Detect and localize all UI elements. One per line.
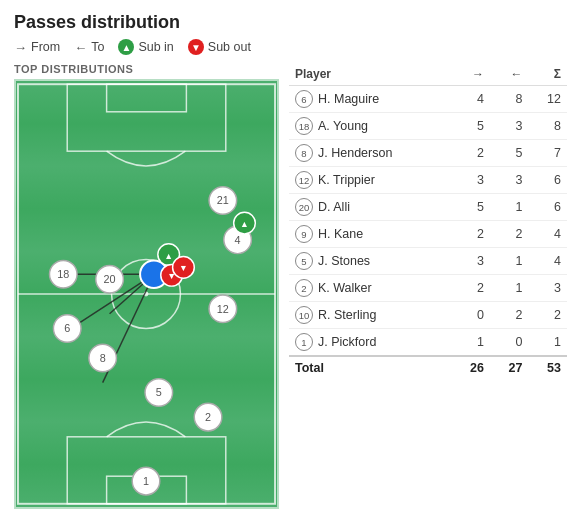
player-cell: 10 R. Sterling xyxy=(289,302,452,329)
svg-text:20: 20 xyxy=(104,273,116,285)
player-cell: 20 D. Alli xyxy=(289,194,452,221)
player-name-text: J. Henderson xyxy=(318,146,392,160)
to-label: To xyxy=(91,40,104,54)
total-val: 4 xyxy=(528,248,567,275)
to-val: 5 xyxy=(490,140,528,167)
to-val: 1 xyxy=(490,275,528,302)
to-arrow: ← xyxy=(74,40,87,55)
player-name-text: R. Sterling xyxy=(318,308,376,322)
total-val: 6 xyxy=(528,167,567,194)
from-val: 5 xyxy=(452,194,490,221)
col-to: ← xyxy=(490,63,528,86)
svg-text:▼: ▼ xyxy=(179,263,188,273)
total-val: 12 xyxy=(528,86,567,113)
page-title: Passes distribution xyxy=(14,12,567,33)
table-row: 1 J. Pickford 1 0 1 xyxy=(289,329,567,357)
legend: → From ← To ▲ Sub in ▼ Sub out xyxy=(14,39,567,55)
player-name-text: H. Maguire xyxy=(318,92,379,106)
table-row: 9 H. Kane 2 2 4 xyxy=(289,221,567,248)
player-cell: 5 J. Stones xyxy=(289,248,452,275)
total-from: 26 xyxy=(452,356,490,379)
player-badge: 12 xyxy=(295,171,313,189)
to-val: 3 xyxy=(490,167,528,194)
legend-to: ← To xyxy=(74,40,104,55)
player-cell: 9 H. Kane xyxy=(289,221,452,248)
sub-in-icon: ▲ xyxy=(118,39,134,55)
player-name-text: J. Stones xyxy=(318,254,370,268)
total-sigma: 53 xyxy=(528,356,567,379)
svg-text:4: 4 xyxy=(235,234,241,246)
top-dist-label: TOP DISTRIBUTIONS xyxy=(14,63,279,75)
col-player: Player xyxy=(289,63,452,86)
total-val: 4 xyxy=(528,221,567,248)
table-row: 6 H. Maguire 4 8 12 xyxy=(289,86,567,113)
legend-sub-in: ▲ Sub in xyxy=(118,39,173,55)
player-cell: 6 H. Maguire xyxy=(289,86,452,113)
player-cell: 12 K. Trippier xyxy=(289,167,452,194)
total-val: 7 xyxy=(528,140,567,167)
table-row: 5 J. Stones 3 1 4 xyxy=(289,248,567,275)
from-val: 0 xyxy=(452,302,490,329)
right-panel: Player → ← Σ 6 H. Maguire 4 8 12 18 xyxy=(289,63,567,509)
svg-text:▲: ▲ xyxy=(164,251,173,261)
player-cell: 18 A. Young xyxy=(289,113,452,140)
svg-text:8: 8 xyxy=(100,352,106,364)
from-val: 4 xyxy=(452,86,490,113)
table-row: 20 D. Alli 5 1 6 xyxy=(289,194,567,221)
main-content: TOP DISTRIBUTIONS xyxy=(14,63,567,509)
player-badge: 1 xyxy=(295,333,313,351)
total-val: 6 xyxy=(528,194,567,221)
to-val: 2 xyxy=(490,302,528,329)
player-badge: 10 xyxy=(295,306,313,324)
from-val: 2 xyxy=(452,140,490,167)
player-cell: 2 K. Walker xyxy=(289,275,452,302)
total-val: 3 xyxy=(528,275,567,302)
total-label: Total xyxy=(289,356,452,379)
svg-text:1: 1 xyxy=(143,475,149,487)
to-val: 3 xyxy=(490,113,528,140)
player-name-text: A. Young xyxy=(318,119,368,133)
from-val: 2 xyxy=(452,275,490,302)
pitch-svg: 1 2 5 6 8 18 20 xyxy=(16,81,277,507)
table-row: 2 K. Walker 2 1 3 xyxy=(289,275,567,302)
from-arrow: → xyxy=(14,40,27,55)
to-val: 1 xyxy=(490,248,528,275)
table-row: 8 J. Henderson 2 5 7 xyxy=(289,140,567,167)
from-label: From xyxy=(31,40,60,54)
svg-text:6: 6 xyxy=(64,322,70,334)
player-cell: 1 J. Pickford xyxy=(289,329,452,357)
svg-text:▲: ▲ xyxy=(240,219,249,229)
player-badge: 2 xyxy=(295,279,313,297)
player-badge: 18 xyxy=(295,117,313,135)
player-name-text: K. Trippier xyxy=(318,173,375,187)
svg-text:2: 2 xyxy=(205,411,211,423)
table-row: 12 K. Trippier 3 3 6 xyxy=(289,167,567,194)
sub-out-icon: ▼ xyxy=(188,39,204,55)
svg-text:18: 18 xyxy=(57,268,69,280)
svg-text:21: 21 xyxy=(217,194,229,206)
total-val: 2 xyxy=(528,302,567,329)
table-row: 10 R. Sterling 0 2 2 xyxy=(289,302,567,329)
player-name-text: K. Walker xyxy=(318,281,372,295)
legend-sub-out: ▼ Sub out xyxy=(188,39,251,55)
svg-rect-5 xyxy=(107,84,187,112)
left-panel: TOP DISTRIBUTIONS xyxy=(14,63,279,509)
player-badge: 5 xyxy=(295,252,313,270)
from-val: 3 xyxy=(452,248,490,275)
total-val: 8 xyxy=(528,113,567,140)
to-val: 2 xyxy=(490,221,528,248)
sub-in-label: Sub in xyxy=(138,40,173,54)
from-val: 3 xyxy=(452,167,490,194)
from-val: 1 xyxy=(452,329,490,357)
distribution-table: Player → ← Σ 6 H. Maguire 4 8 12 18 xyxy=(289,63,567,379)
from-val: 2 xyxy=(452,221,490,248)
total-val: 1 xyxy=(528,329,567,357)
col-from: → xyxy=(452,63,490,86)
sub-out-label: Sub out xyxy=(208,40,251,54)
player-badge: 20 xyxy=(295,198,313,216)
total-to: 27 xyxy=(490,356,528,379)
svg-text:12: 12 xyxy=(217,303,229,315)
svg-rect-4 xyxy=(67,84,226,151)
to-val: 1 xyxy=(490,194,528,221)
player-name-text: H. Kane xyxy=(318,227,363,241)
